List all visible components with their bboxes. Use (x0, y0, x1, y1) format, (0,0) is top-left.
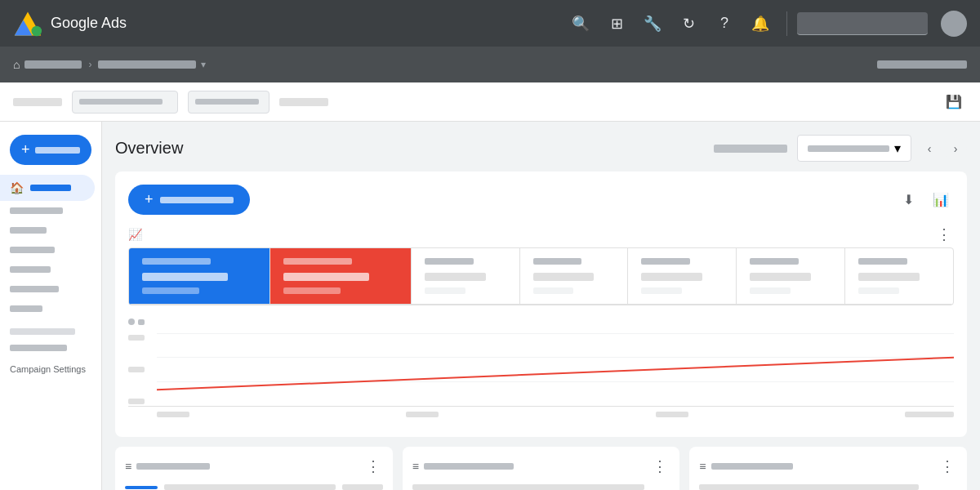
sidebar-item-campaigns[interactable] (0, 201, 95, 220)
toolbar-button-2[interactable] (188, 91, 270, 114)
bottom-card-2: ≡ ⋮ (403, 447, 680, 490)
google-ads-logo-icon (13, 9, 42, 38)
bottom-card-3-more-icon[interactable]: ⋮ (938, 457, 957, 476)
chart-y-label-top (128, 335, 145, 341)
content-area: Overview ▾ ‹ › + (102, 122, 980, 490)
sidebar-item-adgroups[interactable] (0, 220, 95, 240)
sidebar-item-label-audiences (10, 286, 59, 292)
campaign-card: + ⬇ 📊 📈 ⋮ (115, 172, 967, 437)
stat-cell-clicks (129, 248, 270, 305)
nav-next-button[interactable]: › (944, 137, 967, 160)
wrench-icon: 🔧 (644, 15, 662, 33)
app-title: Google Ads (51, 15, 127, 32)
nav-prev-button[interactable]: ‹ (918, 137, 941, 160)
stat-label-cpc (641, 258, 690, 265)
svg-line-3 (157, 358, 954, 390)
help-icon-btn[interactable]: ? (708, 7, 741, 40)
bottom-card-1-more-icon[interactable]: ⋮ (363, 457, 383, 476)
sidebar-item-ads[interactable] (0, 240, 95, 260)
sidebar-item-overview[interactable]: 🏠 (0, 175, 95, 201)
sidebar-item-label-ads (10, 247, 55, 253)
nav-chevron: ▾ (201, 59, 206, 70)
help-icon: ? (720, 15, 728, 32)
stat-cell-cpc (628, 248, 737, 305)
stats-grid (128, 247, 954, 305)
sidebar-item-audiences[interactable] (0, 279, 95, 299)
home-icon: ⌂ (13, 58, 20, 71)
chart-y-label-bot (128, 399, 145, 404)
stat-value-impressions (283, 273, 369, 281)
bottom-card-3-text-1 (699, 484, 918, 490)
refresh-icon-btn[interactable]: ↻ (672, 7, 705, 40)
bottom-card-2-text-1 (412, 484, 644, 490)
stats-more-icon[interactable]: ⋮ (934, 225, 954, 244)
plus-icon: + (21, 141, 30, 158)
home-sidebar-icon: 🏠 (10, 181, 24, 194)
bottom-card-2-more-icon[interactable]: ⋮ (650, 457, 670, 476)
stat-label-impressions (283, 258, 352, 265)
wrench-icon-btn[interactable]: 🔧 (636, 7, 669, 40)
download-icon-btn[interactable]: ⬇ (895, 187, 921, 213)
bottom-card-1-label (136, 463, 210, 470)
bottom-card-2-icon: ≡ (412, 460, 419, 473)
bottom-card-1-header: ≡ ⋮ (125, 457, 383, 476)
sidebar-item-demographics[interactable] (0, 299, 95, 318)
chart-y-label-mid (128, 367, 145, 372)
stat-value-cpc (641, 273, 702, 281)
download-icon: ⬇ (903, 192, 914, 207)
stat-sub-cpc (641, 287, 682, 294)
toolbar-button-1[interactable] (72, 91, 178, 114)
bottom-card-1-value-1 (342, 484, 383, 490)
toolbar: 💾 (0, 82, 980, 122)
header-divider (786, 11, 787, 36)
chart-x-label-2 (406, 412, 439, 417)
stat-value-ctr (533, 273, 595, 281)
sidebar-item-settings[interactable] (0, 338, 95, 358)
svg-point-2 (32, 25, 42, 36)
sidebar-item-label-campaigns (10, 207, 63, 214)
bottom-card-2-rows (412, 484, 670, 490)
content-header: Overview ▾ ‹ › (115, 135, 967, 162)
filter-label (714, 145, 787, 153)
stats-top-actions: ⋮ (934, 225, 954, 244)
bell-icon-btn[interactable]: 🔔 (744, 7, 777, 40)
save-icon-btn[interactable]: 💾 (941, 89, 967, 115)
stat-sub-cost (425, 287, 466, 294)
new-campaign-btn[interactable]: + (128, 185, 250, 215)
stat-cell-conv-rate (845, 248, 953, 305)
breadcrumb-home-label (24, 60, 82, 69)
bottom-card-3-header: ≡ ⋮ (699, 457, 957, 476)
breadcrumb-chevron: › (88, 59, 91, 70)
search-icon-btn[interactable]: 🔍 (564, 7, 597, 40)
stat-cell-ctr (520, 248, 629, 305)
stat-value-conv (750, 273, 811, 281)
date-range-text (808, 145, 889, 152)
new-campaign-button[interactable]: + (10, 135, 91, 165)
chart-icon-btn[interactable]: 📊 (928, 187, 954, 213)
stat-sub-impressions (283, 287, 341, 294)
chart-legend (128, 318, 954, 325)
chart-icon: 📊 (933, 192, 949, 207)
date-range-dropdown[interactable]: ▾ (797, 135, 911, 162)
bottom-card-1-bar-1 (125, 486, 158, 489)
breadcrumb-home[interactable]: ⌂ (13, 58, 82, 71)
bottom-card-3-title: ≡ (699, 460, 792, 473)
header-account-search[interactable] (797, 12, 928, 35)
sidebar: + 🏠 Campaign Settings (0, 122, 102, 490)
grid-icon-btn[interactable]: ⊞ (600, 7, 633, 40)
chart-y-axis (128, 333, 153, 406)
breadcrumb-nav[interactable]: ▾ (98, 59, 206, 70)
sub-header: ⌂ › ▾ (0, 47, 980, 82)
chart-legend-label-1 (138, 319, 145, 325)
chart-x-label-3 (656, 412, 688, 417)
header-icons: 🔍 ⊞ 🔧 ↻ ? 🔔 (564, 7, 967, 40)
stat-label-conv-rate (858, 258, 907, 265)
sidebar-item-keywords[interactable] (0, 260, 95, 279)
sidebar-item-label-adgroups (10, 227, 47, 234)
nav-arrows: ‹ › (918, 137, 967, 160)
sidebar-item-label-overview (30, 185, 71, 191)
bottom-card-1-text-1 (164, 484, 336, 490)
stats-bar-icon-area: 📈 (128, 228, 142, 241)
avatar[interactable] (941, 11, 967, 37)
stats-header-row: 📈 ⋮ (128, 225, 954, 247)
